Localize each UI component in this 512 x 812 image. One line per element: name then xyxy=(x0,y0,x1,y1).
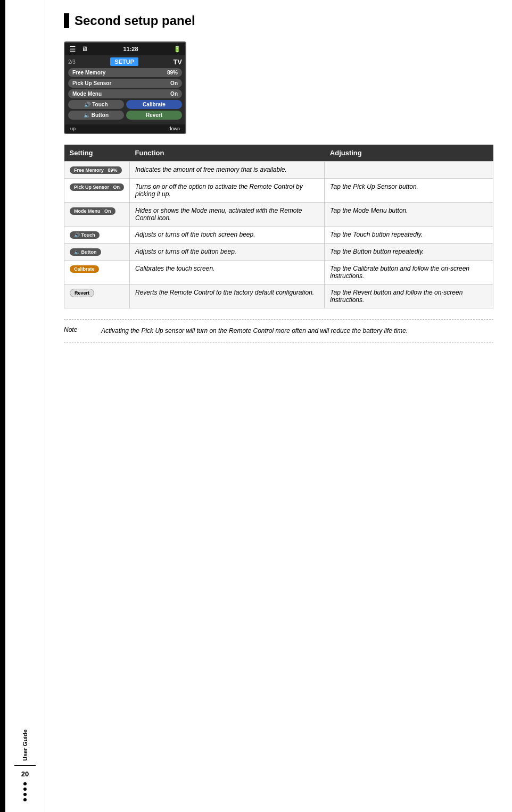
function-cell: Adjusts or turns off the touch screen be… xyxy=(130,227,325,244)
page-title: Second setup panel xyxy=(75,13,195,28)
setting-cell: Calibrate xyxy=(64,261,130,284)
nav-down-btn[interactable]: down xyxy=(168,126,180,131)
black-left-bar xyxy=(0,0,5,812)
pickup-label: Pick Up Sensor xyxy=(72,80,111,86)
touch-label: Touch xyxy=(92,102,108,107)
table-row: Calibrate Calibrates the touch screen. T… xyxy=(64,261,493,284)
device-mode-btn[interactable]: Mode Menu On xyxy=(68,89,182,98)
setting-cell: 🔈 Button xyxy=(64,244,130,261)
col-function: Function xyxy=(130,145,325,162)
note-section: Note Activating the Pick Up sensor will … xyxy=(64,319,493,342)
free-memory-label: Free Memory xyxy=(72,70,105,76)
touch-btn-img: 🔊 Touch xyxy=(70,231,100,239)
device-btn-row-1: 🔊 Touch Calibrate xyxy=(68,100,182,109)
nav-up-btn[interactable]: up xyxy=(70,126,76,131)
mode-menu-btn-img: Mode Menu On xyxy=(70,207,115,215)
pickup-value: On xyxy=(170,80,178,86)
title-accent xyxy=(64,13,69,28)
button-btn[interactable]: 🔈 Button xyxy=(68,111,124,120)
function-cell: Calibrates the touch screen. xyxy=(130,261,325,284)
section-header: Second setup panel xyxy=(64,13,493,28)
page-layout: User Guide 20 Second setup panel ☰ 🖥 11:… xyxy=(0,0,512,812)
adjusting-cell: Tap the Touch button repeatedly. xyxy=(325,227,493,244)
button-label: Button xyxy=(92,112,109,118)
mode-label: Mode Menu xyxy=(72,91,102,97)
table-row: Free Memory 89% Indicates the amount of … xyxy=(64,162,493,179)
speaker-icon: 🔊 xyxy=(84,102,90,107)
col-adjusting: Adjusting xyxy=(325,145,493,162)
revert-label: Revert xyxy=(146,112,162,118)
setup-bar: 2/3 SETUP TV xyxy=(68,57,182,66)
device-body: 2/3 SETUP TV Free Memory 89% Pick Up Sen… xyxy=(65,55,185,124)
table-row: Mode Menu On Hides or shows the Mode men… xyxy=(64,203,493,227)
adjusting-cell: Tap the Button button repeatedly. xyxy=(325,244,493,261)
menu-icon: ☰ xyxy=(69,45,76,53)
header-icons: ☰ 🖥 xyxy=(69,45,88,53)
table-row: Revert Reverts the Remote Control to the… xyxy=(64,284,493,308)
strip-divider xyxy=(14,765,36,766)
function-cell: Reverts the Remote Control to the factor… xyxy=(130,284,325,308)
button-btn-img: 🔈 Button xyxy=(70,248,101,256)
adjusting-cell: Tap the Pick Up Sensor button. xyxy=(325,179,493,203)
device-pickup-btn[interactable]: Pick Up Sensor On xyxy=(68,79,182,88)
tv-label: TV xyxy=(173,58,182,66)
adjusting-cell: Tap the Mode Menu button. xyxy=(325,203,493,227)
note-text: Activating the Pick Up sensor will turn … xyxy=(101,326,408,336)
device-header: ☰ 🖥 11:28 🔋 xyxy=(65,43,185,55)
page-number: 20 xyxy=(21,770,29,778)
calibrate-btn[interactable]: Calibrate xyxy=(126,100,182,109)
calibrate-label: Calibrate xyxy=(143,102,166,107)
strip-dots xyxy=(23,782,27,801)
page-indicator: 2/3 xyxy=(68,59,76,65)
device-bottom-bar: up down xyxy=(65,124,185,133)
left-strip: User Guide 20 xyxy=(5,0,45,812)
table-row: 🔈 Button Adjusts or turns off the button… xyxy=(64,244,493,261)
dot-2 xyxy=(23,788,27,791)
main-content: Second setup panel ☰ 🖥 11:28 🔋 2/3 SETUP… xyxy=(45,0,512,812)
revert-btn-img: Revert xyxy=(70,289,94,297)
adjusting-cell xyxy=(325,162,493,179)
screen-icon: 🖥 xyxy=(81,45,88,53)
free-memory-value: 89% xyxy=(167,70,178,76)
note-label: Note xyxy=(64,326,90,336)
calibrate-btn-img: Calibrate xyxy=(70,265,99,273)
adjusting-cell: Tap the Calibrate button and follow the … xyxy=(325,261,493,284)
function-cell: Turns on or off the option to activate t… xyxy=(130,179,325,203)
mode-value: On xyxy=(170,91,178,97)
setting-cell: Free Memory 89% xyxy=(64,162,130,179)
dot-3 xyxy=(23,793,27,796)
revert-btn[interactable]: Revert xyxy=(126,111,182,120)
user-guide-label: User Guide xyxy=(22,730,28,761)
device-time: 11:28 xyxy=(123,46,138,52)
setting-cell: Revert xyxy=(64,284,130,308)
adjusting-cell: Tap the Revert button and follow the on-… xyxy=(325,284,493,308)
setting-cell: 🔊 Touch xyxy=(64,227,130,244)
battery-icon: 🔋 xyxy=(174,46,181,53)
table-row: Pick Up Sensor On Turns on or off the op… xyxy=(64,179,493,203)
touch-btn[interactable]: 🔊 Touch xyxy=(68,100,124,109)
volume-icon: 🔈 xyxy=(84,112,90,118)
table-row: 🔊 Touch Adjusts or turns off the touch s… xyxy=(64,227,493,244)
device-btn-row-2: 🔈 Button Revert xyxy=(68,111,182,120)
setup-badge: SETUP xyxy=(110,57,138,66)
free-memory-btn-img: Free Memory 89% xyxy=(70,166,122,174)
device-free-memory-btn[interactable]: Free Memory 89% xyxy=(68,68,182,77)
col-setting: Setting xyxy=(64,145,130,162)
table-header-row: Setting Function Adjusting xyxy=(64,145,493,162)
settings-table: Setting Function Adjusting Free Memory 8… xyxy=(64,145,493,308)
function-cell: Adjusts or turns off the button beep. xyxy=(130,244,325,261)
setting-cell: Mode Menu On xyxy=(64,203,130,227)
function-cell: Hides or shows the Mode menu, activated … xyxy=(130,203,325,227)
dot-1 xyxy=(23,782,27,785)
pickup-sensor-btn-img: Pick Up Sensor On xyxy=(70,183,124,191)
setting-cell: Pick Up Sensor On xyxy=(64,179,130,203)
dot-4 xyxy=(23,798,27,801)
function-cell: Indicates the amount of free memory that… xyxy=(130,162,325,179)
device-screenshot: ☰ 🖥 11:28 🔋 2/3 SETUP TV Free Memory 89%… xyxy=(64,41,186,134)
